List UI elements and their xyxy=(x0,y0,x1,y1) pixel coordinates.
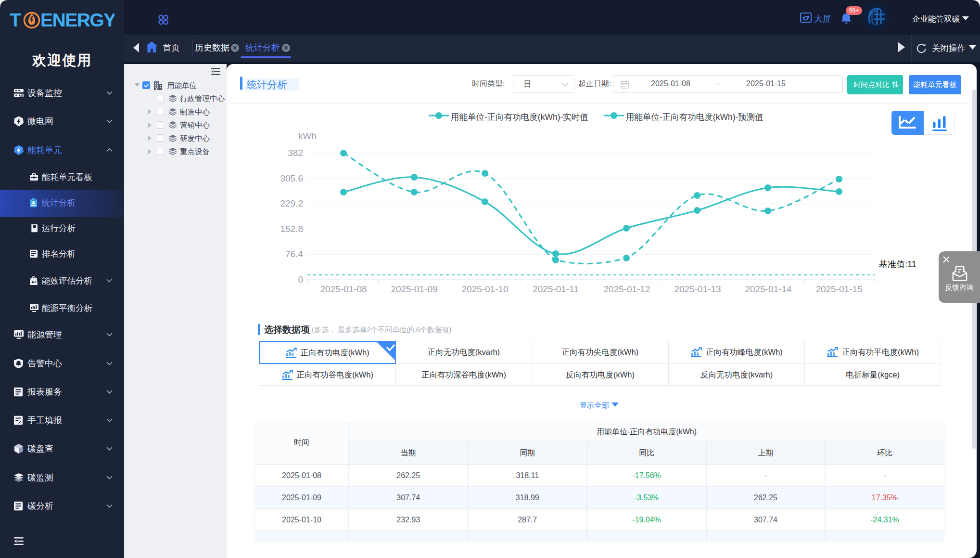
svg-text:T: T xyxy=(10,10,21,30)
svg-text:ENERGY: ENERGY xyxy=(40,10,115,30)
